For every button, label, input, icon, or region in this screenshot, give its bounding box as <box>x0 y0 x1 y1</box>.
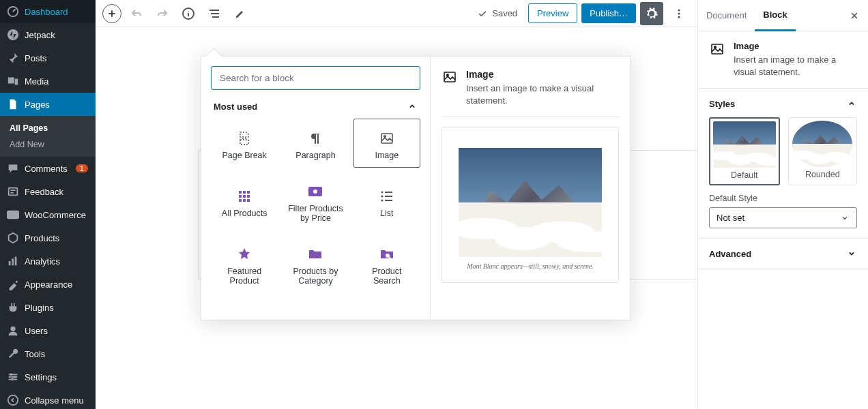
svg-rect-18 <box>212 16 219 18</box>
svg-point-1 <box>8 29 18 40</box>
block-inserter-popover: Most used Page Break Paragraph Image All… <box>201 56 631 320</box>
folder-search-icon <box>379 246 395 262</box>
products-icon <box>7 232 19 244</box>
sidebar-sub-add-new[interactable]: Add New <box>0 136 96 153</box>
sidebar-item-collapse[interactable]: Collapse menu <box>0 389 96 409</box>
svg-point-37 <box>381 196 383 198</box>
close-panel-button[interactable] <box>841 10 868 21</box>
editor-topbar: Saved Preview Publish… <box>96 0 697 27</box>
publish-button[interactable]: Publish… <box>581 3 636 23</box>
block-tile-image[interactable]: Image <box>353 119 420 168</box>
sidebar-item-analytics[interactable]: Analytics <box>0 249 96 273</box>
appearance-icon <box>7 278 19 290</box>
svg-rect-42 <box>444 72 455 82</box>
advanced-toggle[interactable]: Advanced <box>709 248 857 259</box>
inserter-section-most-used[interactable]: Most used <box>211 90 420 119</box>
sidebar-item-users[interactable]: Users <box>0 319 96 342</box>
sidebar-item-comments[interactable]: Comments1 <box>0 157 96 180</box>
sidebar-item-dashboard[interactable]: Dashboard <box>0 0 96 23</box>
sidebar-label: Comments <box>25 164 68 174</box>
edit-button[interactable] <box>229 3 251 25</box>
svg-point-39 <box>381 200 383 202</box>
block-label: All Products <box>222 209 267 218</box>
page-break-icon <box>236 130 252 147</box>
block-tile-filter-price[interactable]: Filter Products by Price <box>282 172 349 230</box>
sidebar-item-plugins[interactable]: Plugins <box>0 296 96 319</box>
editor-canvas[interactable]: Start writing or type / to choose a bloc… <box>96 27 697 409</box>
tab-document[interactable]: Document <box>698 1 755 30</box>
sidebar-item-media[interactable]: Media <box>0 70 96 93</box>
chevron-down-icon <box>846 248 857 259</box>
admin-sidebar: Dashboard Jetpack Posts Media Pages All … <box>0 0 96 409</box>
folder-icon <box>307 246 323 262</box>
preview-button[interactable]: Preview <box>528 3 577 23</box>
svg-point-13 <box>11 378 14 381</box>
svg-rect-32 <box>247 199 250 202</box>
block-tile-list[interactable]: List <box>353 172 420 230</box>
svg-rect-24 <box>239 191 242 194</box>
style-rounded[interactable]: Rounded <box>788 117 858 185</box>
default-style-select[interactable]: Not set <box>709 207 857 228</box>
sidebar-item-tools[interactable]: Tools <box>0 342 96 365</box>
block-tile-page-break[interactable]: Page Break <box>211 119 278 168</box>
svg-rect-31 <box>243 199 246 202</box>
svg-rect-30 <box>239 199 242 202</box>
svg-rect-25 <box>243 191 246 194</box>
money-icon <box>307 183 323 200</box>
svg-point-35 <box>381 192 383 194</box>
sidebar-item-woocommerce[interactable]: WooCommerce <box>0 203 96 226</box>
svg-point-11 <box>10 374 13 376</box>
sidebar-label: Collapse menu <box>25 395 84 406</box>
sidebar-item-feedback[interactable]: Feedback <box>0 180 96 203</box>
style-default[interactable]: Default <box>709 117 780 185</box>
info-button[interactable] <box>177 3 199 25</box>
sidebar-item-posts[interactable]: Posts <box>0 46 96 70</box>
analytics-icon <box>7 255 19 267</box>
sidebar-label: Pages <box>25 100 50 110</box>
svg-rect-2 <box>9 188 18 196</box>
style-label: Rounded <box>805 170 840 179</box>
plugins-icon <box>7 301 19 314</box>
block-tile-all-products[interactable]: All Products <box>211 172 278 230</box>
styles-toggle[interactable]: Styles <box>709 98 857 109</box>
sidebar-item-appearance[interactable]: Appearance <box>0 273 96 296</box>
more-options-button[interactable] <box>667 2 691 25</box>
settings-icon <box>7 371 19 383</box>
sidebar-sub-all-pages[interactable]: All Pages <box>0 120 96 136</box>
tab-block[interactable]: Block <box>755 0 795 31</box>
chevron-down-icon <box>840 213 850 223</box>
sidebar-item-jetpack[interactable]: Jetpack <box>0 23 96 46</box>
svg-point-7 <box>10 327 15 331</box>
block-tile-featured-product[interactable]: Featured Product <box>211 234 278 293</box>
paragraph-icon <box>307 130 323 147</box>
sidebar-label: Jetpack <box>25 30 55 40</box>
default-style-label: Default Style <box>709 194 857 203</box>
sidebar-item-products[interactable]: Products <box>0 226 96 249</box>
sidebar-item-settings[interactable]: Settings <box>0 365 96 389</box>
pin-icon <box>7 52 19 64</box>
svg-point-43 <box>447 74 449 76</box>
undo-button[interactable] <box>126 3 147 25</box>
add-block-button[interactable] <box>102 4 121 23</box>
block-tile-paragraph[interactable]: Paragraph <box>282 119 349 168</box>
block-tile-products-category[interactable]: Products by Category <box>282 234 349 293</box>
outline-button[interactable] <box>203 3 225 25</box>
style-thumb-rounded <box>792 121 852 167</box>
image-icon <box>442 69 458 85</box>
block-grid: Page Break Paragraph Image All Products … <box>211 119 420 293</box>
sidebar-label: Settings <box>25 372 57 382</box>
block-info-section: Image Insert an image to make a visual s… <box>698 31 868 89</box>
block-tile-product-search[interactable]: Product Search <box>353 234 420 293</box>
settings-gear-button[interactable] <box>640 2 663 25</box>
block-label: Paragraph <box>295 151 335 160</box>
woocommerce-icon <box>7 209 19 221</box>
redo-button[interactable] <box>151 3 173 25</box>
block-label: Products by Category <box>287 267 344 286</box>
block-search-input[interactable] <box>211 66 420 90</box>
sidebar-item-pages[interactable]: Pages <box>0 93 96 116</box>
editor-main: Saved Preview Publish… Start writing or … <box>96 0 697 409</box>
block-desc: Insert an image to make a visual stateme… <box>734 54 857 78</box>
svg-point-23 <box>384 136 386 138</box>
sidebar-label: Posts <box>25 53 47 63</box>
dashboard-icon <box>7 5 19 18</box>
